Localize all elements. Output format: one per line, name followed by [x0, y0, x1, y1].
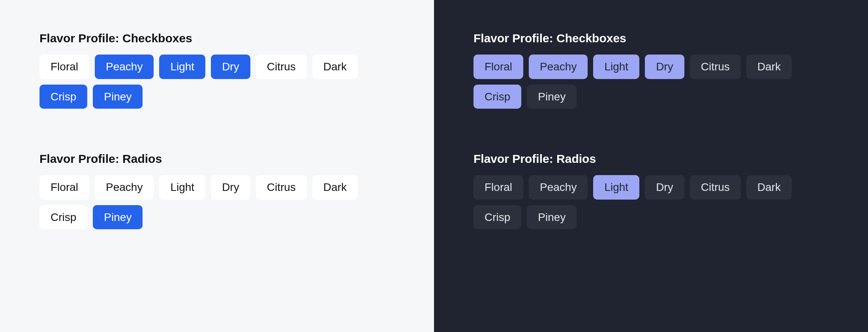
radio-group-light: Flavor Profile: Radios Floral Peachy Lig… [39, 152, 395, 229]
checkbox-heading: Flavor Profile: Checkboxes [473, 32, 829, 45]
checkbox-chip-floral[interactable]: Floral [473, 55, 523, 79]
checkbox-chip-light[interactable]: Light [159, 55, 205, 79]
checkbox-options: Floral Peachy Light Dry Citrus Dark Cris… [39, 55, 395, 109]
checkbox-chip-citrus[interactable]: Citrus [690, 55, 741, 79]
dark-theme-panel: Flavor Profile: Checkboxes Floral Peachy… [434, 0, 868, 332]
radio-chip-dry[interactable]: Dry [211, 175, 250, 200]
checkbox-chip-dark[interactable]: Dark [746, 55, 792, 79]
checkbox-chip-crisp[interactable]: Crisp [39, 85, 87, 109]
radio-group-dark: Flavor Profile: Radios Floral Peachy Lig… [473, 152, 829, 229]
checkbox-chip-crisp[interactable]: Crisp [473, 85, 521, 109]
radio-chip-dry[interactable]: Dry [645, 175, 684, 200]
radio-chip-dark[interactable]: Dark [746, 175, 792, 200]
checkbox-chip-piney[interactable]: Piney [93, 85, 143, 109]
radio-chip-peachy[interactable]: Peachy [529, 175, 588, 200]
light-theme-panel: Flavor Profile: Checkboxes Floral Peachy… [0, 0, 434, 332]
radio-chip-piney[interactable]: Piney [527, 205, 577, 230]
checkbox-chip-dry[interactable]: Dry [211, 55, 250, 79]
radio-chip-citrus[interactable]: Citrus [256, 175, 307, 200]
radio-chip-peachy[interactable]: Peachy [95, 175, 154, 200]
radio-chip-piney[interactable]: Piney [93, 205, 143, 230]
checkbox-chip-floral[interactable]: Floral [39, 55, 89, 79]
checkbox-chip-citrus[interactable]: Citrus [256, 55, 307, 79]
radio-chip-crisp[interactable]: Crisp [39, 205, 87, 230]
checkbox-chip-dark[interactable]: Dark [312, 55, 358, 79]
checkbox-options: Floral Peachy Light Dry Citrus Dark Cris… [473, 55, 829, 109]
radio-chip-light[interactable]: Light [159, 175, 205, 200]
checkbox-chip-peachy[interactable]: Peachy [95, 55, 154, 79]
checkbox-chip-peachy[interactable]: Peachy [529, 55, 588, 79]
radio-chip-light[interactable]: Light [593, 175, 639, 200]
radio-heading: Flavor Profile: Radios [473, 152, 829, 166]
checkbox-chip-light[interactable]: Light [593, 55, 639, 79]
radio-chip-crisp[interactable]: Crisp [473, 205, 521, 230]
radio-chip-dark[interactable]: Dark [312, 175, 358, 200]
checkbox-heading: Flavor Profile: Checkboxes [39, 32, 395, 45]
radio-heading: Flavor Profile: Radios [39, 152, 395, 166]
radio-chip-citrus[interactable]: Citrus [690, 175, 741, 200]
checkbox-chip-piney[interactable]: Piney [527, 85, 577, 109]
checkbox-chip-dry[interactable]: Dry [645, 55, 684, 79]
checkbox-group-dark: Flavor Profile: Checkboxes Floral Peachy… [473, 32, 829, 109]
radio-chip-floral[interactable]: Floral [39, 175, 89, 200]
radio-chip-floral[interactable]: Floral [473, 175, 523, 200]
radio-options: Floral Peachy Light Dry Citrus Dark Cris… [39, 175, 395, 229]
radio-options: Floral Peachy Light Dry Citrus Dark Cris… [473, 175, 829, 229]
checkbox-group-light: Flavor Profile: Checkboxes Floral Peachy… [39, 32, 395, 109]
